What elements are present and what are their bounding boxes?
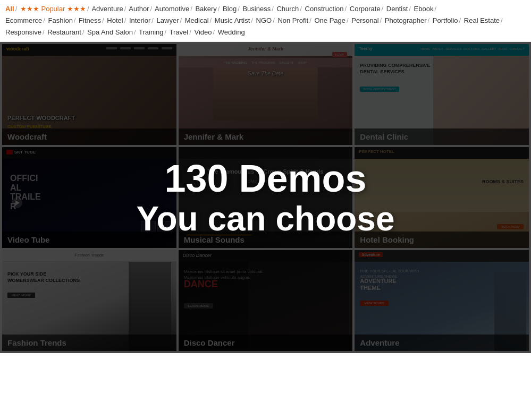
filter-interior[interactable]: Interior <box>129 16 150 24</box>
filter-medical[interactable]: Medical <box>185 16 209 24</box>
filter-adventure[interactable]: Adventure <box>91 5 123 13</box>
filter-automotive[interactable]: Automotive <box>155 5 189 13</box>
filter-bakery[interactable]: Bakery <box>195 5 216 13</box>
filter-ecommerce[interactable]: Ecommerce <box>5 16 42 24</box>
filter-popular[interactable]: ★★★ Popular ★★★ <box>20 5 86 13</box>
filter-all[interactable]: All <box>5 5 14 13</box>
filter-bar: All/ ★★★ Popular ★★★/ Adventure/ Author/… <box>0 0 531 42</box>
demo-card-videotube[interactable]: SKT TUBE OFFICIALTRAILER Video Tube <box>2 147 176 248</box>
filter-corporate[interactable]: Corporate <box>350 5 381 13</box>
filter-responsive[interactable]: Responsive <box>5 28 41 36</box>
filter-spa[interactable]: Spa And Salon <box>87 28 133 36</box>
filter-real-estate[interactable]: Real Estate <box>464 16 500 24</box>
demo-card-hotel[interactable]: PERFECT HOTEL ROOMS & SUITES BOOK NOW Ho… <box>355 147 529 248</box>
filter-music-artist[interactable]: Music Artist <box>215 16 250 24</box>
filter-ebook[interactable]: Ebook <box>414 5 434 13</box>
filter-video[interactable]: Video <box>194 28 212 36</box>
filter-photographer[interactable]: Photographer <box>385 16 427 24</box>
filter-hotel[interactable]: Hotel <box>107 16 123 24</box>
filter-fashion[interactable]: Fashion <box>48 16 73 24</box>
filter-lawyer[interactable]: Lawyer <box>157 16 179 24</box>
filter-ngo[interactable]: NGO <box>256 16 272 24</box>
filter-portfolio[interactable]: Portfolio <box>433 16 458 24</box>
demo-card-woodcraft[interactable]: woodcraft PERFECT WOODCRAFT CUSTOM FURNI… <box>2 44 176 145</box>
demo-card-dental[interactable]: Teethy HOMEABOUTSERVICESDOCTORSGALLERYBL… <box>355 44 529 145</box>
filter-construction[interactable]: Construction <box>305 5 344 13</box>
demo-card-disco[interactable]: Disco Dancer Maecenas tristique sit amet… <box>179 250 353 351</box>
demo-card-fashion[interactable]: Fashion Trends PICK YOUR SIDEWOMENSWEAR … <box>2 250 176 351</box>
filter-restaurant[interactable]: Restaurant <box>47 28 81 36</box>
filter-author[interactable]: Author <box>129 5 149 13</box>
demo-card-adventure[interactable]: Adventure FIND YOUR SPECIAL TOUR WITHADV… <box>355 250 529 351</box>
demo-grid: 130 Demos You can choose woodcraft PERFE… <box>0 42 531 353</box>
demo-card-wedding[interactable]: Jennifer & Mark THE WEDDINGTHE PROGRAMGA… <box>179 44 353 145</box>
filter-non-profit[interactable]: Non Profit <box>277 16 308 24</box>
filter-training[interactable]: Training <box>139 28 163 36</box>
demo-card-musical[interactable]: The Glamourous — Crown Spirit & Hands CO… <box>179 147 353 248</box>
filter-fitness[interactable]: Fitness <box>79 16 101 24</box>
filter-one-page[interactable]: One Page <box>314 16 345 24</box>
filter-personal[interactable]: Personal <box>351 16 378 24</box>
filter-dentist[interactable]: Dentist <box>386 5 408 13</box>
filter-church[interactable]: Church <box>276 5 299 13</box>
filter-business[interactable]: Business <box>242 5 271 13</box>
filter-travel[interactable]: Travel <box>170 28 189 36</box>
filter-wedding[interactable]: Wedding <box>218 28 245 36</box>
filter-blog[interactable]: Blog <box>223 5 237 13</box>
